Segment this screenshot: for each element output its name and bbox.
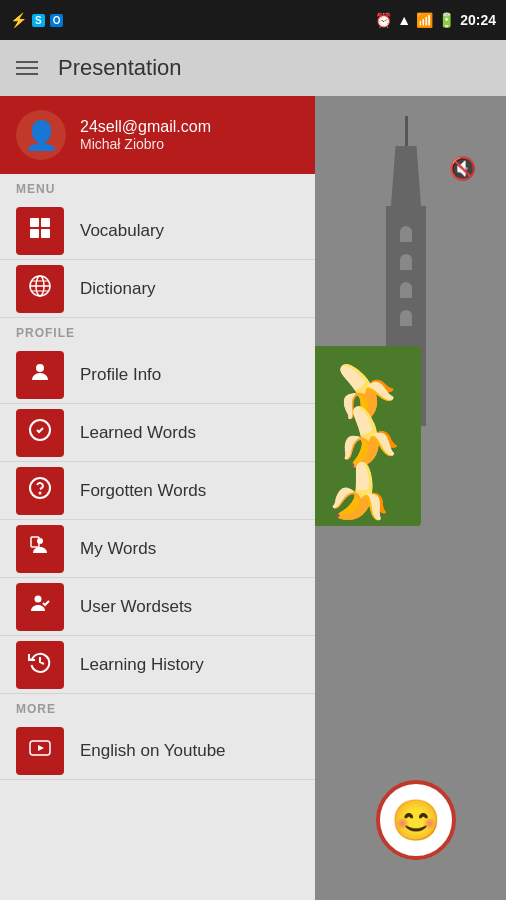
svg-rect-1 bbox=[41, 218, 50, 227]
section-profile: PROFILE bbox=[0, 318, 315, 346]
dictionary-icon-bg bbox=[16, 265, 64, 313]
grid-icon bbox=[28, 216, 52, 246]
smiley-face: 😊 bbox=[376, 780, 456, 860]
learning-history-icon-bg bbox=[16, 641, 64, 689]
learned-words-icon-bg bbox=[16, 409, 64, 457]
globe-icon bbox=[28, 274, 52, 304]
menu-item-user-wordsets[interactable]: User Wordsets bbox=[0, 578, 315, 636]
person-icon: 👤 bbox=[24, 119, 59, 152]
forgotten-words-label: Forgotten Words bbox=[80, 481, 206, 501]
user-wordsets-icon-bg bbox=[16, 583, 64, 631]
hamburger-menu[interactable] bbox=[16, 61, 38, 75]
check-circle-icon bbox=[28, 418, 52, 448]
battery-icon: 🔋 bbox=[438, 12, 455, 28]
question-icon bbox=[28, 476, 52, 506]
svg-rect-2 bbox=[30, 229, 39, 238]
speaker-icon[interactable]: 🔇 bbox=[449, 156, 476, 182]
status-icons-right: ⏰ ▲ 📶 🔋 20:24 bbox=[375, 12, 496, 28]
menu-item-youtube[interactable]: English on Youtube bbox=[0, 722, 315, 780]
my-words-icon-bg bbox=[16, 525, 64, 573]
section-menu: MENU bbox=[0, 174, 315, 202]
learned-words-label: Learned Words bbox=[80, 423, 196, 443]
content-area: 🔇 🍌 🍌 🍌 😊 bbox=[0, 96, 506, 900]
profile-info-label: Profile Info bbox=[80, 365, 161, 385]
outlook-icon: O bbox=[50, 14, 64, 27]
navigation-drawer: 👤 24sell@gmail.com Michał Ziobro MENU bbox=[0, 96, 315, 900]
profile-info-text: 24sell@gmail.com Michał Ziobro bbox=[80, 118, 211, 152]
wifi-icon: ▲ bbox=[397, 12, 411, 28]
svg-rect-0 bbox=[30, 218, 39, 227]
bananas-image: 🍌 🍌 🍌 bbox=[301, 346, 421, 526]
menu-item-vocabulary[interactable]: Vocabulary bbox=[0, 202, 315, 260]
skype-icon: S bbox=[32, 14, 45, 27]
clock: 20:24 bbox=[460, 12, 496, 28]
page-title: Presentation bbox=[58, 55, 182, 81]
status-icons-left: ⚡ S O bbox=[10, 12, 63, 28]
vocabulary-icon-bg bbox=[16, 207, 64, 255]
bookmark-person-icon bbox=[28, 534, 52, 564]
menu-item-learned-words[interactable]: Learned Words bbox=[0, 404, 315, 462]
profile-email: 24sell@gmail.com bbox=[80, 118, 211, 136]
learning-history-label: Learning History bbox=[80, 655, 204, 675]
toolbar: Presentation bbox=[0, 40, 506, 96]
avatar: 👤 bbox=[16, 110, 66, 160]
profile-name: Michał Ziobro bbox=[80, 136, 211, 152]
user-wordsets-label: User Wordsets bbox=[80, 597, 192, 617]
section-more: MORE bbox=[0, 694, 315, 722]
youtube-icon bbox=[28, 736, 52, 766]
vocabulary-label: Vocabulary bbox=[80, 221, 164, 241]
signal-icon: 📶 bbox=[416, 12, 433, 28]
menu-item-forgotten-words[interactable]: Forgotten Words bbox=[0, 462, 315, 520]
menu-item-my-words[interactable]: My Words bbox=[0, 520, 315, 578]
svg-point-15 bbox=[35, 595, 42, 602]
youtube-label: English on Youtube bbox=[80, 741, 226, 761]
profile-info-icon-bg bbox=[16, 351, 64, 399]
person-circle-icon bbox=[28, 360, 52, 390]
menu-item-dictionary[interactable]: Dictionary bbox=[0, 260, 315, 318]
forgotten-words-icon-bg bbox=[16, 467, 64, 515]
svg-rect-3 bbox=[41, 229, 50, 238]
svg-point-9 bbox=[36, 364, 44, 372]
status-bar: ⚡ S O ⏰ ▲ 📶 🔋 20:24 bbox=[0, 0, 506, 40]
dictionary-label: Dictionary bbox=[80, 279, 156, 299]
youtube-icon-bg bbox=[16, 727, 64, 775]
history-icon bbox=[28, 650, 52, 680]
svg-point-12 bbox=[40, 492, 41, 493]
menu-item-learning-history[interactable]: Learning History bbox=[0, 636, 315, 694]
svg-marker-17 bbox=[38, 745, 44, 751]
profile-header[interactable]: 👤 24sell@gmail.com Michał Ziobro bbox=[0, 96, 315, 174]
my-words-label: My Words bbox=[80, 539, 156, 559]
usb-icon: ⚡ bbox=[10, 12, 27, 28]
alarm-icon: ⏰ bbox=[375, 12, 392, 28]
menu-item-profile-info[interactable]: Profile Info bbox=[0, 346, 315, 404]
person-check-icon bbox=[28, 592, 52, 622]
svg-point-13 bbox=[37, 538, 43, 544]
